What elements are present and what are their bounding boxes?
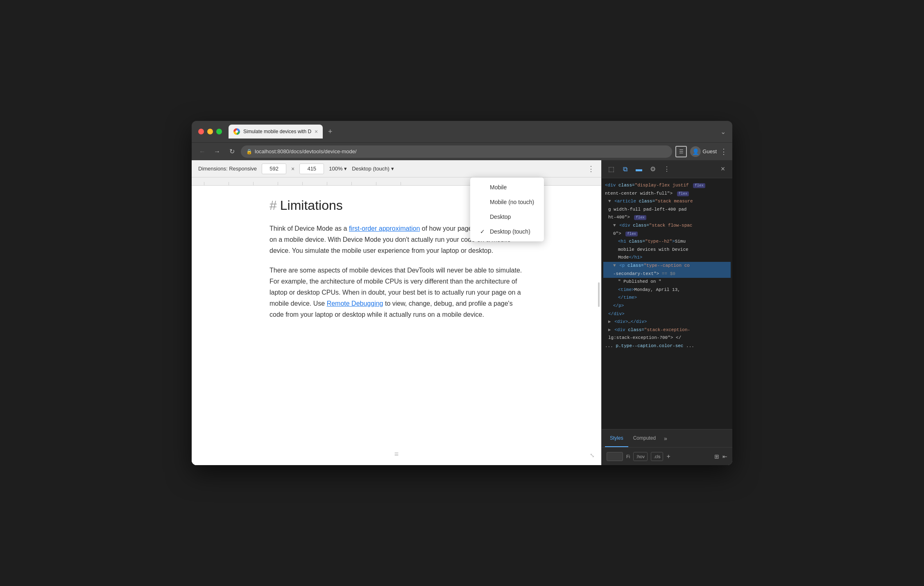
dimension-separator: × [291, 166, 294, 172]
footer-icons: ⊞ ⇤ [714, 453, 727, 460]
cls-button[interactable]: .cls [651, 452, 664, 461]
devtools-tabs: Styles Computed » [602, 429, 674, 447]
expand-triangle-icon[interactable]: ▼ [608, 199, 611, 204]
window-menu-icon[interactable]: ⌄ [720, 128, 726, 136]
expand-triangle-icon[interactable]: ▶ [608, 327, 611, 332]
tab-close-icon[interactable]: × [315, 129, 318, 134]
dropdown-item-label: Desktop (touch) [490, 228, 530, 235]
toolbar-more-icon[interactable]: ⋮ [587, 164, 595, 173]
html-line: <h1 class="type--h2">Simu [603, 238, 731, 246]
maximize-traffic-light[interactable] [216, 129, 222, 134]
nav-bar: ← → ↻ 🔒 localhost:8080/docs/devtools/dev… [192, 142, 732, 160]
address-bar[interactable]: 🔒 localhost:8080/docs/devtools/device-mo… [241, 145, 672, 158]
new-tab-button[interactable]: + [324, 126, 336, 137]
first-order-link[interactable]: first-order approximation [349, 225, 420, 232]
devtools-toggle-button[interactable]: ☰ [675, 146, 687, 157]
devtools-toolbar: ⬚ ⧉ ▬ ⚙ ⋮ × [602, 160, 732, 178]
expand-triangle-icon[interactable]: ▼ [613, 263, 616, 268]
resize-handle-icon[interactable]: ⤡ [590, 452, 595, 459]
html-selected-line[interactable]: ▼ <p class="type--caption co [603, 262, 731, 270]
add-style-icon[interactable]: + [666, 453, 670, 460]
html-line: ▼ <article class="stack measure [603, 198, 731, 206]
dropdown-desktop-touch-item[interactable]: ✓ Desktop (touch) [470, 224, 544, 239]
html-line: ntent-center width-full"> flex [603, 190, 731, 198]
scrollbar[interactable] [598, 282, 600, 307]
browser-window: Simulate mobile devices with D × + ⌄ ← →… [192, 121, 732, 465]
filter-input[interactable] [607, 452, 623, 461]
devtools-more-icon[interactable]: ⋮ [661, 163, 673, 175]
tab-title: Simulate mobile devices with D [243, 129, 311, 134]
active-tab[interactable]: Simulate mobile devices with D × [229, 125, 323, 139]
ruler-mark [302, 182, 327, 185]
elements-cursor-button[interactable]: ⬚ [605, 163, 617, 175]
toggle-element-icon[interactable]: ⇤ [722, 453, 727, 460]
html-line: </div> [603, 310, 731, 318]
settings-button[interactable]: ⚙ [647, 163, 659, 175]
title-bar: Simulate mobile devices with D × + ⌄ [192, 121, 732, 142]
ruler-horizontal [192, 177, 425, 185]
ruler-mark [376, 182, 401, 185]
title-bar-right: ⌄ [720, 128, 726, 136]
dropdown-item-label: Desktop [490, 214, 511, 220]
device-dropdown: Mobile Mobile (no touch) Desktop ✓ Deskt… [470, 177, 544, 241]
forward-button[interactable]: → [211, 146, 223, 157]
html-line: ... p.type--caption.color-sec ... [603, 342, 731, 350]
html-selected-line[interactable]: -secondary-text"> == $0 [603, 270, 731, 278]
device-toolbar: Dimensions: Responsive × 100% ▾ Desktop … [192, 160, 601, 177]
tabs-more-icon[interactable]: » [661, 435, 670, 442]
html-line: lg:stack-exception-700"> </ [603, 334, 731, 342]
expand-triangle-icon[interactable]: ▼ [613, 223, 616, 228]
new-style-rule-icon[interactable]: ⊞ [714, 453, 719, 460]
devtools-panel: ⬚ ⧉ ▬ ⚙ ⋮ × <div class="display-flex jus… [601, 160, 732, 465]
html-line: <time>Monday, April 13, [603, 286, 731, 294]
html-line: ▶ <div class="stack-exception- [603, 326, 731, 334]
dimensions-label: Dimensions: Responsive [198, 166, 257, 172]
hash-icon: # [270, 198, 277, 213]
html-line: g width-full pad-left-400 pad [603, 206, 731, 214]
browser-menu-icon[interactable]: ⋮ [720, 147, 727, 156]
device-mode-button[interactable]: ⧉ [619, 163, 631, 175]
computed-tab[interactable]: Computed [628, 429, 661, 447]
flex-badge: flex [693, 183, 705, 188]
avatar: 👤 [690, 146, 701, 157]
html-line[interactable]: ▶ <div>…</div> [603, 318, 731, 326]
html-line: ▼ <div class="stack flow-spac [603, 222, 731, 230]
zoom-selector[interactable]: 100% ▾ [329, 166, 347, 172]
html-line: Mode</h1> [603, 254, 731, 262]
devtools-footer: Fi :hov .cls + ⊞ ⇤ [602, 447, 732, 465]
dropdown-mobile-item[interactable]: Mobile [470, 180, 544, 195]
flex-badge: flex [625, 232, 638, 236]
devtools-bottom-tabs: Styles Computed » [602, 429, 732, 447]
hov-button[interactable]: :hov [633, 452, 648, 461]
tab-bar: Simulate mobile devices with D × + [229, 125, 717, 139]
html-line: </time> [603, 294, 731, 302]
html-line: </p> [603, 302, 731, 310]
minimize-traffic-light[interactable] [207, 129, 213, 134]
styles-tab[interactable]: Styles [605, 429, 628, 447]
dropdown-mobile-no-touch-item[interactable]: Mobile (no touch) [470, 195, 544, 209]
html-panel[interactable]: <div class="display-flex justif flex nte… [602, 178, 732, 429]
console-panel-button[interactable]: ▬ [633, 163, 645, 175]
address-text: localhost:8080/docs/devtools/device-mode… [255, 148, 667, 154]
chrome-favicon-icon [233, 128, 240, 135]
close-traffic-light[interactable] [198, 129, 204, 134]
ruler-mark [253, 182, 278, 185]
dropdown-item-label: Mobile (no touch) [490, 199, 534, 205]
heading-text: Limitations [280, 198, 343, 213]
height-input[interactable] [299, 164, 324, 174]
remote-debugging-link[interactable]: Remote Debugging [327, 300, 383, 307]
devtools-close-button[interactable]: × [717, 163, 729, 175]
html-line: 0"> flex [603, 230, 731, 238]
reload-button[interactable]: ↻ [226, 146, 238, 157]
check-mark-icon: ✓ [480, 228, 487, 235]
html-line: ht-400"> flex [603, 214, 731, 222]
ruler-mark [327, 182, 351, 185]
paragraph-2: There are some aspects of mobile devices… [270, 265, 523, 320]
filter-label: Fi [626, 454, 630, 459]
device-selector-button[interactable]: Desktop (touch) ▾ [352, 166, 394, 172]
back-button[interactable]: ← [197, 146, 208, 157]
expand-triangle-icon[interactable]: ▶ [608, 319, 611, 324]
width-input[interactable] [262, 164, 286, 174]
dropdown-desktop-item[interactable]: Desktop [470, 209, 544, 224]
profile-area[interactable]: 👤 Guest [690, 146, 717, 157]
